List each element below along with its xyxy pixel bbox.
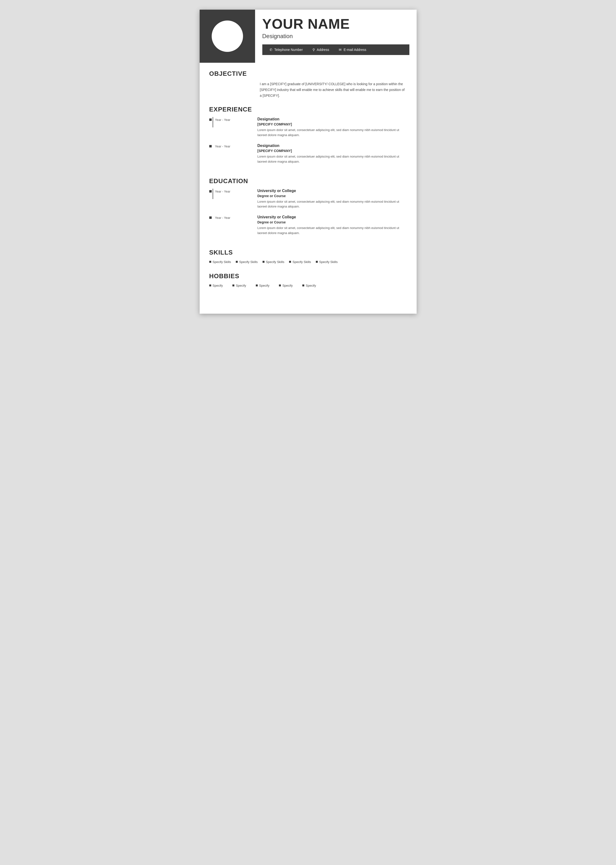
hobby-item-2: Specify xyxy=(233,284,246,287)
education-entry-2: Year - Year University or College Degree… xyxy=(209,215,407,236)
exp1-designation: Designation xyxy=(258,117,407,121)
edu2-desc: Lorem ipsum dolor sit amet, consectetuer… xyxy=(258,225,407,236)
skill-dot-2 xyxy=(236,261,238,263)
objective-text: I am a [SPECIFY] graduate of [UNIVERSITY… xyxy=(260,81,407,98)
skill-dot-4 xyxy=(289,261,291,263)
header-info: YOUR NAME Designation Telephone Number ⚲… xyxy=(255,9,416,63)
skill-dot-3 xyxy=(262,261,264,263)
hobby-item-3: Specify xyxy=(256,284,270,287)
skill-dot-5 xyxy=(316,261,318,263)
hobbies-title: HOBBIES xyxy=(209,273,407,280)
education-entry-1: Year - Year University or College Degree… xyxy=(209,189,407,210)
edu2-years: Year - Year xyxy=(214,216,231,219)
experience-title: EXPERIENCE xyxy=(209,106,407,113)
skill-label-5: Specify Skills xyxy=(319,260,338,264)
experience-entry-1: Year - Year Designation [SPECIFY COMPANY… xyxy=(209,117,407,138)
edu1-year-col: Year - Year xyxy=(209,189,258,193)
email-icon xyxy=(339,48,342,52)
exp1-line xyxy=(213,117,213,128)
exp2-content: Designation [SPECIFY COMPANY] Lorem ipsu… xyxy=(258,143,407,164)
edu2-institution: University or College xyxy=(258,215,407,219)
exp1-company: [SPECIFY COMPANY] xyxy=(258,122,407,126)
skill-item-4: Specify Skills xyxy=(289,260,311,264)
header-photo-area xyxy=(200,9,255,63)
skills-title: SKILLS xyxy=(209,249,407,256)
hobby-label-1: Specify xyxy=(213,284,223,287)
contact-phone: Telephone Number xyxy=(270,48,303,52)
edu1-dot xyxy=(209,190,212,192)
phone-number: Telephone Number xyxy=(274,48,303,52)
exp2-dot xyxy=(209,145,212,147)
exp1-year-col: Year - Year xyxy=(209,117,258,121)
resume-page: YOUR NAME Designation Telephone Number ⚲… xyxy=(200,9,416,314)
exp1-dot xyxy=(209,118,212,121)
hobby-dot-5 xyxy=(302,284,304,287)
objective-title: OBJECTIVE xyxy=(209,70,407,77)
hobby-label-2: Specify xyxy=(236,284,246,287)
contact-address: ⚲ Address xyxy=(313,48,329,52)
hobbies-list: Specify Specify Specify Specify Specify xyxy=(209,284,407,289)
main-content: OBJECTIVE I am a [SPECIFY] graduate of [… xyxy=(200,63,416,303)
hobby-item-5: Specify xyxy=(302,284,316,287)
skills-section: SKILLS Specify Skills Specify Skills Spe… xyxy=(209,249,407,265)
header: YOUR NAME Designation Telephone Number ⚲… xyxy=(200,9,416,63)
hobby-label-3: Specify xyxy=(259,284,270,287)
objective-body: I am a [SPECIFY] graduate of [UNIVERSITY… xyxy=(209,81,407,98)
skill-dot-1 xyxy=(209,261,211,263)
edu1-line xyxy=(213,189,213,199)
hobbies-section: HOBBIES Specify Specify Specify Specify xyxy=(209,273,407,289)
edu2-dot xyxy=(209,216,212,219)
edu1-content: University or College Degree or Course L… xyxy=(258,189,407,210)
address-text: Address xyxy=(317,48,329,52)
skill-label-2: Specify Skills xyxy=(239,260,258,264)
skill-item-2: Specify Skills xyxy=(236,260,258,264)
edu1-years: Year - Year xyxy=(214,190,231,193)
skill-item-5: Specify Skills xyxy=(316,260,338,264)
skills-list: Specify Skills Specify Skills Specify Sk… xyxy=(209,260,407,265)
hobby-item-1: Specify xyxy=(209,284,223,287)
objective-section: OBJECTIVE I am a [SPECIFY] graduate of [… xyxy=(209,70,407,98)
skill-item-3: Specify Skills xyxy=(262,260,284,264)
exp2-year-col: Year - Year xyxy=(209,143,258,148)
hobby-label-5: Specify xyxy=(306,284,316,287)
exp2-designation: Designation xyxy=(258,143,407,148)
hobby-dot-2 xyxy=(233,284,234,287)
exp2-company: [SPECIFY COMPANY] xyxy=(258,149,407,153)
exp1-desc: Lorem ipsum dolor sit amet, consectetuer… xyxy=(258,128,407,138)
exp2-years: Year - Year xyxy=(214,145,231,148)
edu1-degree: Degree or Course xyxy=(258,194,407,198)
hobby-dot-4 xyxy=(279,284,281,287)
avatar xyxy=(212,20,243,52)
phone-icon xyxy=(270,48,272,52)
hobby-label-4: Specify xyxy=(282,284,293,287)
hobby-dot-1 xyxy=(209,284,211,287)
edu1-institution: University or College xyxy=(258,189,407,193)
exp2-desc: Lorem ipsum dolor sit amet, consectetuer… xyxy=(258,154,407,164)
candidate-designation: Designation xyxy=(262,33,409,39)
experience-entries: Year - Year Designation [SPECIFY COMPANY… xyxy=(209,117,407,170)
candidate-name: YOUR NAME xyxy=(262,17,409,31)
hobby-dot-3 xyxy=(256,284,258,287)
education-title: EDUCATION xyxy=(209,177,407,185)
edu2-degree: Degree or Course xyxy=(258,220,407,224)
hobby-item-4: Specify xyxy=(279,284,293,287)
edu2-year-col: Year - Year xyxy=(209,215,258,219)
exp1-years: Year - Year xyxy=(214,118,231,121)
education-entries: Year - Year University or College Degree… xyxy=(209,189,407,241)
edu1-desc: Lorem ipsum dolor sit amet, consectetuer… xyxy=(258,199,407,210)
experience-entry-2: Year - Year Designation [SPECIFY COMPANY… xyxy=(209,143,407,164)
experience-section: EXPERIENCE Year - Year Designation [SPEC… xyxy=(209,106,407,170)
email-text: E-mail Address xyxy=(344,48,366,52)
education-section: EDUCATION Year - Year University or Coll… xyxy=(209,177,407,241)
skill-item-1: Specify Skills xyxy=(209,260,231,264)
contact-email: E-mail Address xyxy=(339,48,366,52)
skill-label-1: Specify Skills xyxy=(213,260,231,264)
skill-label-4: Specify Skills xyxy=(292,260,311,264)
skill-label-3: Specify Skills xyxy=(266,260,284,264)
edu2-content: University or College Degree or Course L… xyxy=(258,215,407,236)
location-icon: ⚲ xyxy=(313,48,315,52)
exp1-content: Designation [SPECIFY COMPANY] Lorem ipsu… xyxy=(258,117,407,138)
contact-bar: Telephone Number ⚲ Address E-mail Addres… xyxy=(262,44,409,55)
